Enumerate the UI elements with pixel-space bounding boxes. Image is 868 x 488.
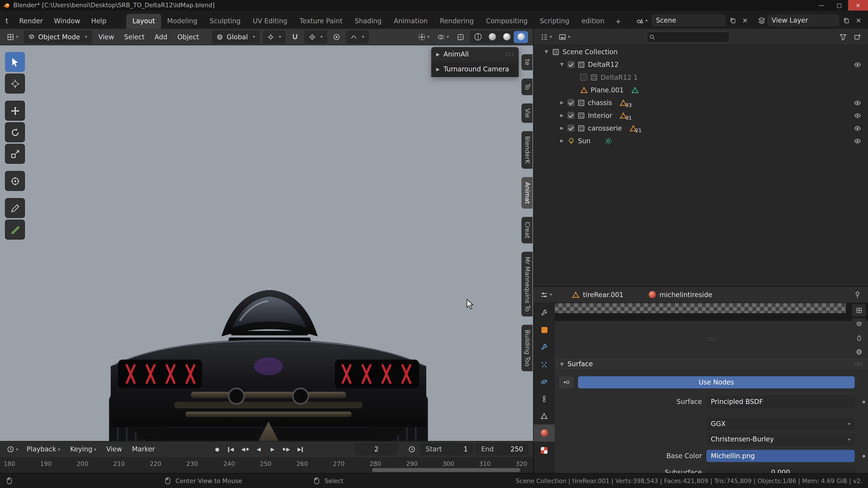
outliner-row-plane-001[interactable]: Plane.001 [534,84,868,96]
panel-animall[interactable]: ▶ AnimAll ∷∷ [431,47,519,62]
new-view-layer-button[interactable] [841,14,852,27]
show-overlays-dropdown[interactable]: ▾ [435,31,451,43]
expand-caret-icon[interactable]: ▶ [559,138,564,143]
timeline-ruler[interactable]: 180 190 200 210 220 230 240 250 260 270 … [0,457,533,473]
jump-to-start-button[interactable]: ◀ [225,444,237,455]
tab-object-data[interactable] [534,407,555,424]
menu-render[interactable]: Render [14,13,49,29]
sidebar-tab-animation[interactable]: Animat [522,177,532,208]
expand-caret-icon[interactable]: ▶ [436,52,440,57]
menu-marker[interactable]: Marker [128,445,159,453]
collection-checkbox[interactable] [567,112,575,119]
collection-checkbox[interactable] [580,74,587,81]
menu-object[interactable]: Object [174,33,202,41]
workspace-tab-layout[interactable]: Layout [126,14,161,29]
subsurface-method-dropdown[interactable]: Christensen-Burley▾ [706,433,855,446]
nodetree-button[interactable] [559,376,574,388]
preview-world-button[interactable] [852,346,866,358]
preview-cube-button[interactable] [852,318,866,330]
workspace-tab-shading[interactable]: Shading [348,14,388,29]
snap-toggle[interactable] [289,31,301,43]
tab-particles[interactable] [534,356,555,373]
auto-keyframe-button[interactable]: ● [211,444,223,455]
measure-tool[interactable] [5,220,25,239]
mode-dropdown[interactable]: Object Mode ▾ [24,30,92,43]
animate-dot[interactable] [862,455,865,457]
material-preview[interactable]: ∷∷ [555,303,868,321]
menu-select[interactable]: Select [121,33,148,41]
proportional-falloff-dropdown[interactable]: ▾ [346,30,368,43]
use-preview-range-button[interactable] [406,443,418,455]
distribution-dropdown[interactable]: GGX▾ [706,418,855,430]
menu-edit-partial[interactable]: t [4,13,14,29]
collection-checkbox[interactable] [567,125,575,132]
sidebar-tab-building-tools[interactable]: Building Too [522,325,532,372]
shading-rendered-button[interactable] [514,31,528,43]
breadcrumb-material[interactable]: michelintireside [659,291,712,298]
workspace-tab-rendering[interactable]: Rendering [434,14,480,29]
annotate-tool[interactable] [5,198,25,218]
drag-handle-icon[interactable]: ∷∷ [854,361,862,367]
next-keyframe-button[interactable]: ▶ [280,444,293,455]
breadcrumb-object[interactable]: tireRear.001 [583,291,623,298]
move-tool[interactable] [5,101,25,121]
minimize-button[interactable]: — [813,0,830,11]
current-frame-field[interactable]: 2 [355,443,398,455]
unlink-scene-button[interactable]: × [740,14,750,27]
menu-playback[interactable]: Playback▾ [23,445,64,453]
select-box-tool[interactable] [5,52,25,72]
tab-object[interactable] [534,322,555,339]
use-nodes-button[interactable]: Use Nodes [578,376,855,388]
outliner-row-chassis[interactable]: ▶ chassis 33 [534,96,868,109]
new-collection-button[interactable] [851,31,864,43]
expand-caret-icon[interactable]: ▶ [559,113,564,118]
play-button[interactable]: ▶ [266,444,279,455]
panel-resize-handle[interactable]: ∷∷ [707,336,715,342]
play-reverse-button[interactable]: ◀ [252,444,265,455]
editor-type-button[interactable]: ▾ [4,31,21,43]
outliner-row-interior[interactable]: ▶ Interior 31 [534,109,868,122]
eye-icon[interactable] [854,111,861,119]
eye-icon[interactable] [854,137,861,144]
menu-help[interactable]: Help [86,13,112,29]
close-button[interactable]: × [848,0,868,11]
tab-constraints[interactable] [534,390,555,408]
search-input[interactable] [647,31,730,42]
timeline-editor-type-button[interactable]: ▾ [4,443,21,455]
pin-button[interactable] [851,289,864,301]
shading-material-button[interactable] [499,31,514,43]
workspace-tab-texture-paint[interactable]: Texture Paint [293,14,348,29]
eye-icon[interactable] [854,61,861,68]
collection-checkbox[interactable] [567,99,575,106]
shading-wireframe-button[interactable] [471,31,485,43]
surface-panel-header[interactable]: ▼ Surface ∷∷ [555,357,868,371]
sidebar-tab-item[interactable]: te [522,54,532,70]
collection-checkbox[interactable] [567,61,575,68]
timeline-scrollbar[interactable] [372,468,520,472]
view-layer-field[interactable]: View Layer [767,14,839,27]
viewport-3d[interactable]: ▶ AnimAll ∷∷ ▶ Turnaround Camera te To V… [0,45,533,441]
cursor-tool[interactable] [5,74,25,94]
add-workspace-button[interactable]: + [611,14,626,29]
outliner-row-carosserie[interactable]: ▶ carosserie 21 [534,122,868,134]
surface-shader-dropdown[interactable]: Principled BSDF [706,396,855,408]
xray-toggle[interactable] [455,31,467,43]
transform-orientation-dropdown[interactable]: Global ▾ [212,30,259,43]
workspace-tab-sculpting[interactable]: Sculpting [204,14,247,29]
sidebar-tab-tool[interactable]: To [522,78,532,95]
scene-name-field[interactable]: Scene [651,14,725,27]
tab-physics[interactable] [534,373,555,390]
frame-start-field[interactable]: Start1 [420,443,473,455]
workspace-tab-edition[interactable]: edition [576,14,611,29]
previous-keyframe-button[interactable]: ◀ [239,444,251,455]
drag-handle-icon[interactable]: ∷∷ [506,51,514,57]
workspace-tab-uv-editing[interactable]: UV Editing [247,14,293,29]
panel-turnaround-camera[interactable]: ▶ Turnaround Camera [431,62,519,77]
display-mode-button[interactable]: ▾ [556,31,572,43]
preview-plane-button[interactable] [852,304,866,317]
pivot-point-dropdown[interactable]: ▾ [263,30,285,43]
shading-solid-button[interactable] [485,31,499,43]
browse-scene-button[interactable]: ▾ [634,14,650,27]
animate-dot[interactable] [862,400,865,403]
filter-button[interactable] [837,31,849,43]
